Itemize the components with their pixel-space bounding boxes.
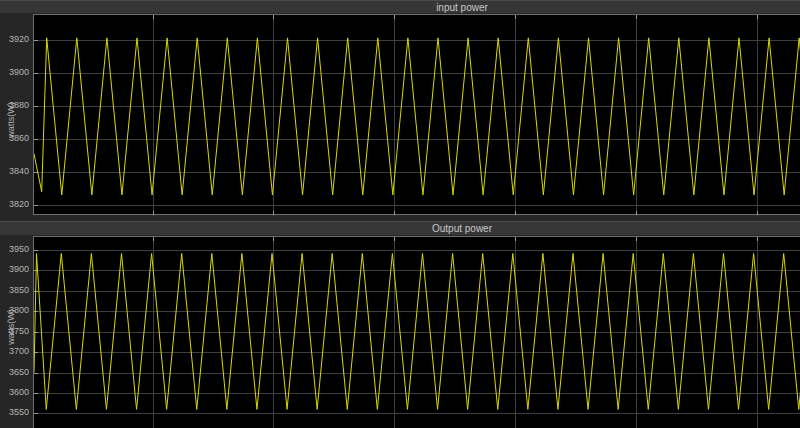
y-tick-label: 3850 (0, 286, 29, 295)
y-tick-label: 3880 (0, 101, 29, 110)
y-tick-label: 3950 (0, 245, 29, 254)
scope-window: input power watts(W) 3920390038803860384… (0, 0, 800, 428)
y-tick-label: 3750 (0, 327, 29, 336)
y-tick-label: 3900 (0, 68, 29, 77)
y-tick-label: 3840 (0, 167, 29, 176)
plot2-title: Output power (432, 222, 492, 235)
waveform-trace (34, 253, 800, 409)
y-tick-label: 3860 (0, 134, 29, 143)
y-tick-label: 3650 (0, 368, 29, 377)
plot2-canvas[interactable] (33, 236, 800, 428)
y-tick-label: 3820 (0, 200, 29, 209)
plot1-titlebar: input power (0, 0, 800, 13)
plot1-canvas[interactable] (33, 14, 800, 215)
waveform-trace (34, 38, 800, 195)
y-tick-label: 3550 (0, 408, 29, 417)
plot1-title: input power (436, 1, 488, 14)
y-tick-label: 3920 (0, 35, 29, 44)
chart-svg (34, 15, 800, 216)
y-tick-label: 3600 (0, 388, 29, 397)
y-tick-label: 3800 (0, 306, 29, 315)
y-tick-label: 3900 (0, 265, 29, 274)
chart-svg (34, 237, 800, 428)
plot2-titlebar: Output power (0, 221, 800, 235)
y-tick-label: 3700 (0, 347, 29, 356)
